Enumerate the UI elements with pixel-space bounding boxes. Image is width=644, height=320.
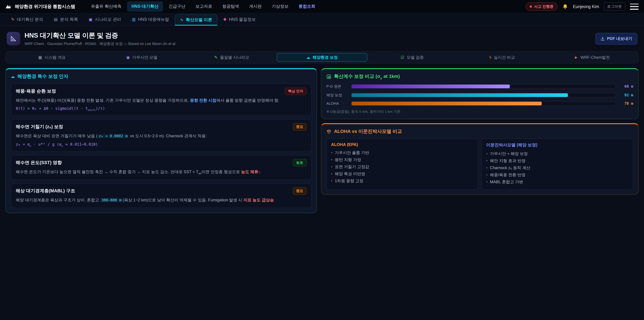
download-icon xyxy=(600,37,604,41)
factor-body: 해수면은 육상 대비 표면 거칠기가 매우 낮음 (z₀ ≈ 0.0002 m … xyxy=(16,133,306,139)
nav-item-hns-atmosphere[interactable]: HNS·대기확산 xyxy=(127,1,163,12)
pencil-icon: ✎ xyxy=(214,55,218,59)
tab-label: 해양환경 보정 xyxy=(312,55,338,60)
tab-system-overview[interactable]: ▦ 시스템 개요 xyxy=(7,53,97,62)
factor-card-mabl: 해상 대기경계층(MABL) 구조 중요 해양 대기경계층은 육상과 구조가 상… xyxy=(11,183,312,208)
logout-button[interactable]: 로그아웃 xyxy=(604,2,625,11)
pdf-export-button[interactable]: PDF 내보내기 xyxy=(595,33,637,45)
nav-item-weather[interactable]: 기상정보 xyxy=(267,1,293,12)
page-title: HNS 대기확산 모델 이론 및 검증 xyxy=(24,31,176,40)
subtab-analysis-list[interactable]: ▤ 분석 목록 xyxy=(49,14,83,26)
lee-model-box: 이문진박사모델 (해양 보정) 가우시안 + 해양 보정 해안 지형 효과 반영… xyxy=(482,139,633,190)
topnav-right-cluster: 사고 진행중 Eunjeong Kim 로그아웃 xyxy=(526,2,639,11)
bar-row-marine: 해양 보정 92 m xyxy=(326,93,633,98)
grid-icon: ▦ xyxy=(38,55,42,59)
factor-badge: 중요 xyxy=(293,123,306,131)
bell-icon[interactable] xyxy=(562,4,568,10)
factor-body: 해양 대기경계층은 육상과 구조가 상이. 혼합고 300~800 m(육상 1… xyxy=(16,197,306,204)
top-navigation-bar: 해양환경 위기대응 통합시스템 유출유 확산예측 HNS·대기확산 긴급구난 보… xyxy=(0,0,644,14)
marine-factors-panel: ☁ 해양환경 특수 보정 인자 해풍·육풍 순환 보정 핵심 인자 해안에서는 … xyxy=(5,68,317,213)
sigma-panel-header: 확산계수 보정 비교 (σy at 1km) xyxy=(326,74,633,80)
section-tab-strip: ▦ 시스템 개요 ◉ 가우시안 모델 ✎ 물질별 시나리오 ☁ 해양환경 보정 … xyxy=(5,51,639,64)
nav-item-board[interactable]: 게시판 xyxy=(245,1,266,12)
tab-label: 시스템 개요 xyxy=(44,55,66,60)
list-icon: ▤ xyxy=(54,18,58,22)
tab-label: 모델 검증 xyxy=(406,55,424,60)
list-item: 1차원 풍향 고정 xyxy=(331,178,474,185)
substance-icon: ✚ xyxy=(223,18,226,22)
subtab-atmosphere-analysis[interactable]: ✎ 대기확산 분석 xyxy=(6,14,48,26)
tab-marine-correction[interactable]: ☁ 해양환경 보정 xyxy=(277,53,367,62)
factor-card-sea-land-breeze: 해풍·육풍 순환 보정 핵심 인자 해안에서는 주간(해풍)·야간(육풍) 풍향… xyxy=(11,84,312,116)
subtab-hns-manual[interactable]: ▥ HNS 대응매뉴얼 xyxy=(127,14,174,26)
list-item: 가우시안 + 해양 보정 xyxy=(486,150,628,157)
list-item: MABL 혼합고 가변 xyxy=(486,179,628,186)
bar-fill-marine xyxy=(352,93,568,97)
factor-card-sst: 해수면 온도(SST) 영향 보조 해수면 온도가 기온보다 높으면 열적 불안… xyxy=(11,155,312,180)
nav-item-integrated-search[interactable]: 통합조회 xyxy=(294,1,320,12)
pencil-icon: ✎ xyxy=(11,18,14,22)
app-logo[interactable]: 해양환경 위기대응 통합시스템 xyxy=(5,4,75,10)
factor-title: 해수면 온도(SST) 영향 xyxy=(16,160,62,166)
marine-factors-header: ☁ 해양환경 특수 보정 인자 xyxy=(11,74,312,80)
main-menu: 유출유 확산예측 HNS·대기확산 긴급구난 보고자료 항공탐색 게시판 기상정… xyxy=(86,1,320,12)
tab-label: 물질별 시나리오 xyxy=(220,55,250,60)
model-comparison-header: ALOHA vs 이문진박사모델 비교 xyxy=(326,129,633,135)
factor-body: 해안에서는 주간(해풍)·야간(육풍) 풍향 전환 발생. 기존 가우시안 모델… xyxy=(16,97,306,104)
sigma-footnote: ※ D등급(중립), 풍속 5 m/s, 풍하거리 1 km 기준 xyxy=(326,109,633,114)
subtab-label: 대기확산 분석 xyxy=(17,17,43,22)
bar-label: ALOHA xyxy=(326,102,348,106)
nav-item-emergency-rescue[interactable]: 긴급구난 xyxy=(164,1,190,12)
folder-icon: ▣ xyxy=(89,18,92,22)
tab-gaussian-model[interactable]: ◉ 가우시안 모델 xyxy=(97,53,187,62)
gaussian-dot-icon: ◉ xyxy=(126,55,130,59)
factor-body: 해수면 온도가 기온보다 높으면 열적 불안정 촉진 → 수직 혼합 증가 → … xyxy=(16,169,306,176)
header-texts: HNS 대기확산 모델 이론 및 검증 WRF-Chem · Gaussian … xyxy=(24,31,176,46)
nav-item-oil-spill[interactable]: 유출유 확산예측 xyxy=(86,1,126,12)
bar-value: 78 m xyxy=(619,101,633,106)
wing-logo-icon xyxy=(5,4,12,9)
list-item: 표면 거칠기 고정값 xyxy=(331,163,474,170)
cloud-icon: ☁ xyxy=(11,75,15,79)
tab-substance-scenarios[interactable]: ✎ 물질별 시나리오 xyxy=(187,53,277,62)
tab-realtime-compare[interactable]: ϟ 실시간 비교 xyxy=(457,53,547,62)
incident-status-badge[interactable]: 사고 진행중 xyxy=(526,2,558,11)
bar-fill-pg xyxy=(352,85,510,88)
factor-title: 해상 대기경계층(MABL) 구조 xyxy=(16,188,75,194)
bar-chart-icon xyxy=(326,74,332,79)
model-comparison-title: ALOHA vs 이문진박사모델 비교 xyxy=(334,129,402,135)
list-item: 해양 특성 미반영 xyxy=(331,170,474,178)
page-header: HNS 대기확산 모델 이론 및 검증 WRF-Chem · Gaussian … xyxy=(0,26,644,50)
list-item: 평탄 지형 가정 xyxy=(331,156,474,163)
nav-item-reports[interactable]: 보고자료 xyxy=(191,1,216,12)
subtab-label: HNS 대응매뉴얼 xyxy=(138,17,169,22)
subtab-scenario-management[interactable]: ▣ 시나리오 관리 xyxy=(84,14,126,26)
subtab-hns-substance-info[interactable]: ✚ HNS 물질정보 xyxy=(218,14,261,26)
bar-track xyxy=(351,101,616,106)
sigma-comparison-panel: 확산계수 보정 비교 (σy at 1km) P-G 원본 68 m 해양 보정… xyxy=(321,68,639,119)
hamburger-menu-icon[interactable] xyxy=(630,3,639,10)
bar-label: 해양 보정 xyxy=(326,93,348,98)
nav-item-air-search[interactable]: 항공탐색 xyxy=(218,1,243,12)
page-subtitle: WRF-Chem · Gaussian Plume/Puff · ROMS · … xyxy=(24,41,176,46)
scale-icon xyxy=(326,129,332,134)
app-root: 해양환경 위기대응 통합시스템 유출유 확산예측 HNS·대기확산 긴급구난 보… xyxy=(0,0,644,320)
tab-model-validation[interactable]: ☑ 모델 검증 xyxy=(367,53,457,62)
factor-formula: θ(t) = θ₀ + Δθ · sigmoid((t - tshift)/τ) xyxy=(16,106,306,112)
marine-factors-title: 해양환경 특수 보정 인자 xyxy=(18,74,68,80)
factor-badge: 보조 xyxy=(293,159,306,166)
subtab-label: 시나리오 관리 xyxy=(95,17,121,22)
set-square-icon xyxy=(7,32,20,45)
tab-wrf-chem-evolution[interactable]: ► WRF-Chem발전 xyxy=(547,53,637,62)
subtab-diffusion-model-theory[interactable]: ∿ 확산모델 이론 xyxy=(175,15,218,26)
bar-value: 92 m xyxy=(619,93,633,97)
user-name: Eunjeong Kim xyxy=(573,4,599,9)
tab-label: 가우시안 모델 xyxy=(132,55,158,60)
right-column: 확산계수 보정 비교 (σy at 1km) P-G 원본 68 m 해양 보정… xyxy=(321,68,639,195)
bar-track xyxy=(351,93,616,97)
rocket-icon: ► xyxy=(574,55,578,59)
cloud-icon: ☁ xyxy=(306,55,310,59)
bar-value: 68 m xyxy=(619,84,633,89)
subtab-label: 분석 목록 xyxy=(60,17,78,22)
bar-row-pg: P-G 원본 68 m xyxy=(326,84,633,89)
